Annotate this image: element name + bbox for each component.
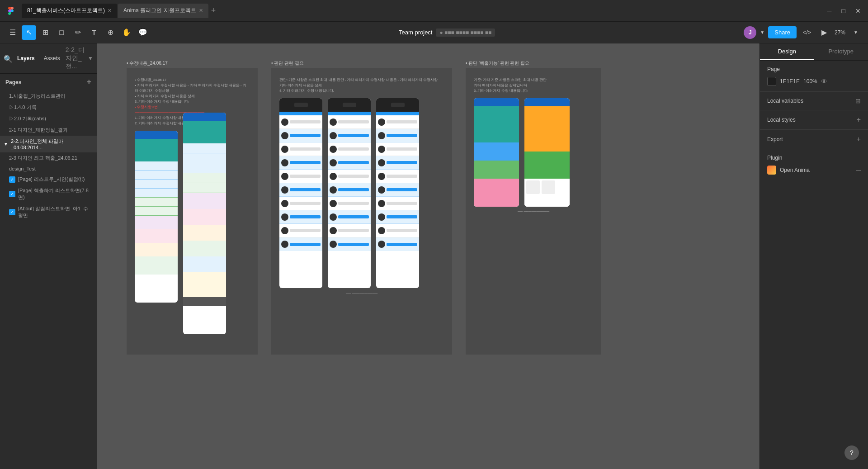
page-item-2-label: ▷1.4.0 기록	[9, 104, 37, 111]
export-add-button[interactable]: +	[857, 135, 861, 143]
page-color-value: 1E1E1E	[780, 78, 800, 85]
local-styles-section: Local styles +	[760, 110, 868, 130]
zoom-chevron[interactable]: ▼	[849, 26, 863, 39]
canvas[interactable]: • 수정내용_24.06.17 • 수정내용_24.06.17 • 기타 여러가…	[97, 43, 760, 469]
tab-design[interactable]: Design	[760, 43, 814, 60]
page-item-9-check: ✓	[9, 191, 15, 197]
frame-3: • 판단 '핵출기능' 관련 관련 필요 기준: 기타 기준 사항은 스크린 최…	[466, 68, 601, 355]
local-variables-title: Local variables	[767, 98, 803, 104]
shape-tool[interactable]: □	[54, 25, 69, 40]
tab-2[interactable]: Anima 플러그인 지원프로젝트 ✕	[118, 4, 208, 18]
tab-1[interactable]: 81_핵출서비스(스마트프로젝트) ✕	[22, 4, 117, 18]
screen-1b	[183, 113, 226, 334]
page-item-8-label: [Page] 리스트루_시안(별점①)	[18, 176, 85, 183]
collab-info: ● ■■■ ■■■■ ■■■■ ■■	[436, 28, 495, 37]
present-icon[interactable]: ▶	[817, 26, 831, 39]
plugin-title: Plugin	[767, 155, 861, 161]
components-tool[interactable]: ⊕	[103, 25, 118, 40]
eye-icon[interactable]: 👁	[821, 78, 827, 85]
page-item-5-active[interactable]: ▼ 2-2.디자인_전체 파일마_04.08.2014...	[0, 136, 97, 152]
local-styles-title: Local styles	[767, 117, 796, 123]
code-view-icon[interactable]: </>	[800, 26, 814, 39]
plugin-collapse-button[interactable]: ─	[856, 166, 861, 174]
minimize-button[interactable]: ─	[824, 5, 835, 16]
os-topbar: 81_핵출서비스(스마트프로젝트) ✕ Anima 플러그인 지원프로젝트 ✕ …	[0, 0, 868, 22]
search-icon[interactable]: 🔍	[4, 55, 11, 62]
page-item-7-label: design_Test	[9, 166, 36, 171]
frame-2-notes: 판단: 기준 사항은 스크린 최대 내용 판단 - 기타 여러가지 수정사항 내…	[279, 77, 444, 94]
local-styles-add-button[interactable]: +	[857, 116, 861, 124]
tab-assets[interactable]: Assets	[40, 53, 64, 63]
new-tab-button[interactable]: +	[211, 6, 216, 15]
page-item-10[interactable]: ✓ [About] 알림리스트화면_아1_수평만	[0, 203, 97, 221]
page-section-title: Page	[767, 66, 780, 72]
screen-2a	[279, 98, 322, 288]
screen-1a	[135, 131, 178, 303]
menu-icon[interactable]: ☰	[5, 25, 20, 40]
toolbar-center: Team project ● ■■■ ■■■■ ■■■■ ■■	[152, 28, 742, 37]
panel-breadcrumb: 2-2_디자인_전...	[66, 46, 86, 71]
page-section-header: Page	[767, 66, 861, 72]
zoom-level[interactable]: 27%	[835, 29, 845, 36]
page-item-6-label: 2-3.디자인 최고 핵출_24.06.21	[9, 155, 77, 161]
expand-arrow: ▼	[4, 142, 8, 147]
close-button[interactable]: ✕	[852, 5, 864, 16]
page-section: Page 1E1E1E 100% 👁	[760, 61, 868, 92]
screen-3a	[474, 98, 519, 207]
frame-2-label: • 판단 관련 필요	[271, 60, 304, 66]
page-item-9[interactable]: ✓ [Page] 핵출하기 리스트화면(7.8면)	[0, 185, 97, 203]
page-color-row: 1E1E1E 100% 👁	[767, 77, 861, 86]
frame-3-caption: ── ──────────	[474, 209, 593, 213]
frame-2: • 판단 관련 필요 판단: 기준 사항은 스크린 최대 내용 판단 - 기타 …	[271, 68, 452, 355]
page-item-3[interactable]: ▷2.0 기록(cabs)	[0, 113, 97, 124]
page-color-opacity: 100%	[803, 78, 817, 85]
maximize-button[interactable]: □	[838, 5, 849, 16]
text-tool[interactable]: T	[87, 25, 101, 40]
frame-tool[interactable]: ⊞	[38, 25, 52, 40]
plugin-icon-anima	[767, 166, 776, 175]
tab-bar: 81_핵출서비스(스마트프로젝트) ✕ Anima 플러그인 지원프로젝트 ✕ …	[4, 4, 822, 18]
page-item-8-check: ✓	[9, 176, 15, 183]
tab-1-close[interactable]: ✕	[108, 8, 112, 14]
page-item-4-label: 2-1.디자인_제한정실_결과	[9, 127, 68, 133]
export-header: Export +	[767, 135, 861, 143]
add-page-button[interactable]: +	[86, 77, 91, 87]
page-color-swatch[interactable]	[767, 77, 776, 86]
frame-3-screens	[474, 98, 593, 207]
help-button[interactable]: ?	[844, 445, 859, 460]
page-item-4[interactable]: 2-1.디자인_제한정실_결과	[0, 124, 97, 136]
tab-2-close[interactable]: ✕	[199, 8, 203, 14]
frame-1-caption: ── ──────────	[135, 337, 250, 341]
share-button[interactable]: Share	[768, 26, 797, 38]
screen-2c	[376, 98, 419, 288]
pages-title: Pages	[5, 79, 21, 85]
comment-tool[interactable]: 💬	[136, 25, 150, 40]
local-variables-icon[interactable]: ⊞	[855, 97, 861, 104]
project-name: Team project	[399, 29, 432, 36]
page-item-1-label: 1.시출됩_기능리스트관리	[9, 93, 66, 99]
select-tool[interactable]: ↖	[22, 25, 36, 40]
hand-tool[interactable]: ✋	[119, 25, 134, 40]
tab-prototype[interactable]: Prototype	[814, 43, 868, 60]
page-item-8[interactable]: ✓ [Page] 리스트루_시안(별점①)	[0, 174, 97, 185]
pages-header: Pages +	[0, 74, 97, 90]
local-variables-header: Local variables ⊞	[767, 97, 861, 104]
page-item-1[interactable]: 1.시출됩_기능리스트관리	[0, 90, 97, 102]
toolbar: ☰ ↖ ⊞ □ ✏ T ⊕ ✋ 💬 Team project ● ■■■ ■■■…	[0, 22, 868, 43]
figma-logo[interactable]	[4, 4, 18, 18]
frame-1: • 수정내용_24.06.17 • 수정내용_24.06.17 • 기타 여러가…	[127, 68, 258, 355]
page-list: 1.시출됩_기능리스트관리 ▷1.4.0 기록 ▷2.0 기록(cabs) 2-…	[0, 90, 97, 469]
panel-tabs: 🔍 Layers Assets 2-2_디자인_전... ▼	[0, 43, 97, 74]
toolbar-right: J ▼ Share </> ▶ 27% ▼	[744, 26, 863, 39]
tab-layers[interactable]: Layers	[14, 53, 38, 63]
plugin-section: Plugin Open Anima ─	[760, 149, 868, 180]
local-styles-header: Local styles +	[767, 116, 861, 124]
pen-tool[interactable]: ✏	[71, 25, 85, 40]
panel-menu-icon[interactable]: ▼	[88, 55, 93, 62]
page-item-2[interactable]: ▷1.4.0 기록	[0, 102, 97, 113]
page-item-6[interactable]: 2-3.디자인 최고 핵출_24.06.21	[0, 152, 97, 164]
plugin-name-anima: Open Anima	[780, 167, 853, 173]
frame-1-screens	[135, 131, 250, 334]
page-item-7[interactable]: design_Test	[0, 164, 97, 174]
avatar-chevron[interactable]: ▼	[760, 30, 764, 35]
